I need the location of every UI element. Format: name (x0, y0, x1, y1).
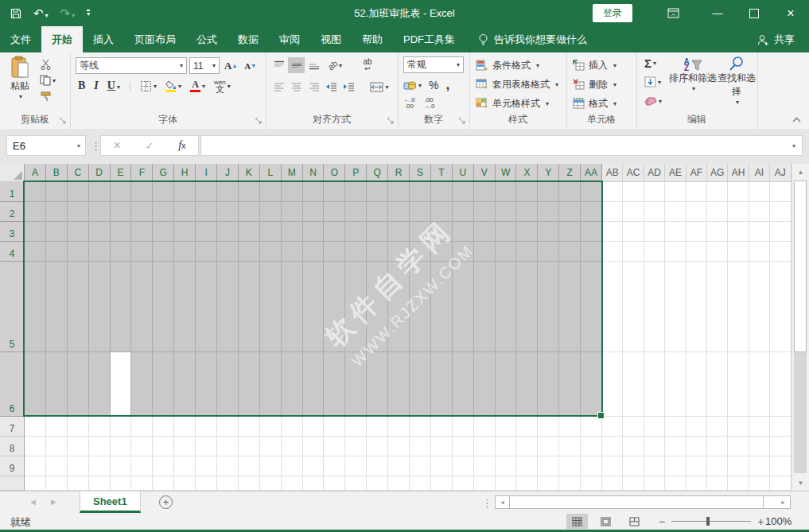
cell-AA7[interactable] (581, 417, 602, 437)
wrap-text-button[interactable]: ab↩ (357, 57, 378, 73)
cell-AH3[interactable] (728, 222, 749, 242)
conditional-formatting-button[interactable]: 条件格式 ▾ (476, 56, 539, 74)
cell-T6[interactable] (431, 352, 453, 417)
sheet-nav-right-icon[interactable]: ► (49, 497, 58, 507)
cell-M[interactable] (282, 476, 303, 491)
cell-AG4[interactable] (707, 242, 728, 262)
column-header-Y[interactable]: Y (538, 164, 559, 182)
cell-AC9[interactable] (623, 456, 644, 476)
cell-K2[interactable] (239, 202, 260, 222)
cell-AH2[interactable] (728, 202, 749, 222)
cell-AG7[interactable] (707, 417, 728, 437)
cell-V7[interactable] (474, 417, 496, 437)
cell-B6[interactable] (46, 352, 68, 417)
conditional-formatting-dropdown-icon[interactable]: ▾ (536, 62, 539, 69)
cell-O2[interactable] (324, 202, 345, 222)
cell-J3[interactable] (217, 222, 239, 242)
column-header-AA[interactable]: AA (581, 164, 602, 182)
cell-AD7[interactable] (644, 417, 665, 437)
tab-review[interactable]: 审阅 (269, 26, 310, 52)
cell-S[interactable] (410, 476, 431, 491)
cell-L7[interactable] (260, 417, 282, 437)
cell-J2[interactable] (217, 202, 239, 222)
page-break-preview-button[interactable] (624, 514, 645, 529)
zoom-out-icon[interactable]: − (659, 515, 665, 528)
format-as-table-button[interactable]: 套用表格格式 ▾ (476, 76, 558, 93)
cell-C4[interactable] (68, 242, 89, 262)
tab-view[interactable]: 视图 (310, 26, 352, 52)
row-header-3[interactable]: 3 (0, 222, 25, 242)
underline-dropdown-icon[interactable]: ▾ (117, 83, 120, 91)
delete-cells-button[interactable]: 删除 ▾ (573, 76, 616, 93)
cell-V2[interactable] (474, 202, 496, 222)
cell-F7[interactable] (131, 417, 153, 437)
column-header-A[interactable]: A (25, 164, 46, 182)
cell-AH6[interactable] (728, 352, 749, 417)
cell-C9[interactable] (68, 456, 89, 476)
cell-AJ1[interactable] (770, 182, 791, 202)
cell-Y2[interactable] (538, 202, 559, 222)
cell-AG[interactable] (707, 476, 728, 491)
cell-AI8[interactable] (749, 437, 770, 456)
cell-AJ9[interactable] (770, 456, 791, 476)
cell-AG1[interactable] (707, 182, 728, 202)
cell-styles-dropdown-icon[interactable]: ▾ (546, 100, 549, 107)
cell-B4[interactable] (46, 242, 68, 262)
cell-Z9[interactable] (559, 456, 581, 476)
cell-AF5[interactable] (686, 262, 707, 352)
column-header-AE[interactable]: AE (665, 164, 686, 182)
cell-Y6[interactable] (538, 352, 559, 417)
cell-J5[interactable] (217, 262, 239, 352)
cell-W3[interactable] (496, 222, 517, 242)
cell-AI3[interactable] (749, 222, 770, 242)
cell-N[interactable] (303, 476, 325, 491)
cell-AC6[interactable] (623, 352, 644, 417)
paste-dropdown-icon[interactable]: ▾ (6, 93, 36, 100)
increase-font-size-button[interactable]: A▲ (222, 57, 239, 74)
column-header-O[interactable]: O (324, 164, 345, 182)
fill-button[interactable]: ▾ (644, 76, 661, 87)
zoom-level[interactable]: 100% (765, 515, 791, 527)
bold-button[interactable]: B (78, 80, 85, 92)
cell-styles-button[interactable]: 单元格样式 ▾ (476, 95, 549, 112)
cell-AB6[interactable] (602, 352, 623, 417)
cell-Z[interactable] (559, 476, 581, 491)
cell-U2[interactable] (453, 202, 474, 222)
cell-AI9[interactable] (749, 456, 770, 476)
borders-button[interactable]: ▾ (140, 80, 157, 92)
cell-U[interactable] (453, 476, 474, 491)
cell-AJ[interactable] (770, 476, 791, 491)
cell-N5[interactable] (303, 262, 325, 352)
cell-AA6[interactable] (581, 352, 602, 417)
cell-J7[interactable] (217, 417, 239, 437)
cell-K9[interactable] (239, 456, 260, 476)
cell-W4[interactable] (496, 242, 517, 262)
cell-A9[interactable] (25, 456, 46, 476)
cell-O5[interactable] (324, 262, 345, 352)
row-header-1[interactable]: 1 (0, 182, 25, 202)
cell-Y[interactable] (538, 476, 559, 491)
cell-H[interactable] (174, 476, 196, 491)
scroll-left-icon[interactable]: ◄ (496, 496, 509, 508)
cell-K6[interactable] (239, 352, 260, 417)
cell-R2[interactable] (388, 202, 410, 222)
zoom-slider-handle[interactable] (706, 517, 710, 526)
number-format-dropdown-icon[interactable]: ▾ (457, 61, 460, 68)
underline-button[interactable]: U▾ (107, 80, 120, 92)
tab-pdf-tools[interactable]: PDF工具集 (393, 26, 465, 52)
font-color-dropdown-icon[interactable]: ▾ (202, 83, 205, 90)
cell-AE[interactable] (665, 476, 686, 491)
login-button[interactable]: 登录 (593, 4, 632, 22)
cell-V3[interactable] (474, 222, 496, 242)
tab-formulas[interactable]: 公式 (186, 26, 228, 52)
cell-L2[interactable] (260, 202, 282, 222)
cell-H1[interactable] (174, 182, 196, 202)
cell-AI1[interactable] (749, 182, 770, 202)
cell-Z6[interactable] (559, 352, 581, 417)
page-layout-view-button[interactable] (595, 514, 616, 529)
cell-Q7[interactable] (367, 417, 388, 437)
cell-AC3[interactable] (623, 222, 644, 242)
cell-V[interactable] (474, 476, 496, 491)
cell-X3[interactable] (516, 222, 538, 242)
cell-AB7[interactable] (602, 417, 623, 437)
